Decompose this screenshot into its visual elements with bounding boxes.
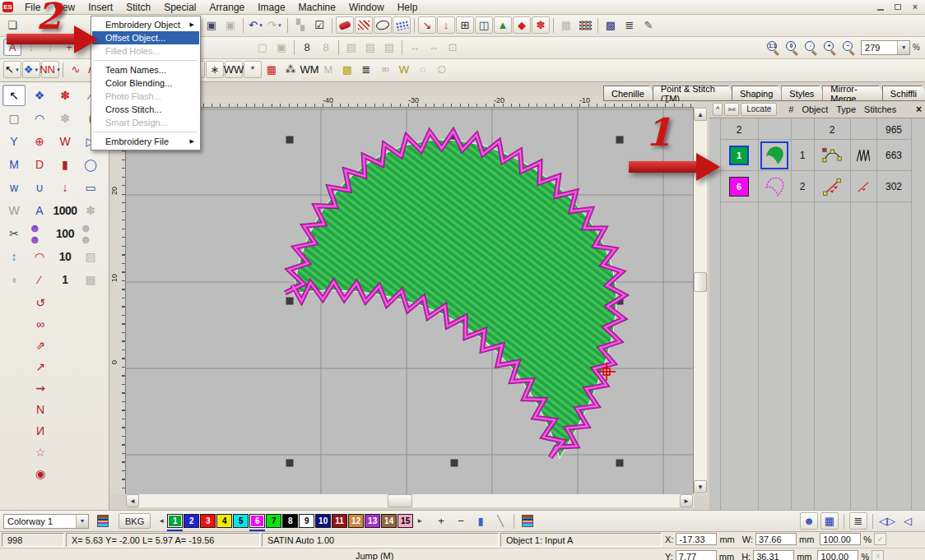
satin-fill-icon[interactable]: WW <box>225 61 243 78</box>
unlock-icon[interactable]: 8 <box>317 39 335 56</box>
shape-paste-icon[interactable]: ▣ <box>272 39 291 56</box>
menu-arrange[interactable]: Arrange <box>203 1 252 14</box>
tab-point-stitch-tm[interactable]: Point & Stitch (TM) <box>653 86 737 101</box>
show-design-icon[interactable]: ◆ <box>513 16 531 34</box>
zoom-box-icon[interactable]: ▫ <box>802 39 820 56</box>
zigzag-fill-icon[interactable]: WM <box>300 61 318 78</box>
select-tool-icon[interactable]: ↖ <box>2 85 26 106</box>
zoom-to-fit-icon[interactable]: 0 <box>783 39 802 56</box>
remove-color-icon[interactable]: − <box>452 512 470 530</box>
spacing-100-icon[interactable]: 100 <box>53 223 77 244</box>
motif-run-icon[interactable] <box>393 16 411 34</box>
palette-scroll-right-icon[interactable]: ► <box>414 517 425 525</box>
ornament-2-disabled-icon[interactable]: ✽ <box>79 200 102 221</box>
show-hoop-icon[interactable]: ◫ <box>475 16 493 34</box>
rectangle-tool-icon[interactable]: ▭ <box>79 177 102 198</box>
color-swatch-11[interactable]: 11 <box>332 514 347 528</box>
tab-chenille[interactable]: Chenille <box>603 86 658 101</box>
tatami-2-icon[interactable]: ▩ <box>338 61 356 78</box>
row2-color-swatch[interactable]: 6 <box>729 177 749 197</box>
menu-item-team-names[interactable]: Team Names... <box>92 63 199 76</box>
fancy-lines-icon[interactable]: W <box>395 61 413 78</box>
close-button[interactable]: × <box>908 2 923 13</box>
circle-divide-tool-icon[interactable]: ⊕ <box>28 131 51 152</box>
double-n-tool-icon[interactable]: И <box>29 420 52 442</box>
align-left-icon[interactable]: ▤ <box>342 39 360 56</box>
palette-scroll-left-icon[interactable]: ◄ <box>156 517 167 525</box>
zigzag-run-tool-icon[interactable]: ⇝ <box>29 377 52 399</box>
measure-tool-icon[interactable]: ↕ <box>2 246 26 267</box>
row1-object-thumbnail[interactable] <box>760 141 788 169</box>
locate-button[interactable]: Locate <box>741 103 777 116</box>
mirror-vertical-icon[interactable]: ◁ <box>899 512 917 530</box>
color-swatch-5[interactable]: 5 <box>233 514 249 528</box>
penetration-tool-icon[interactable]: ↓ <box>53 177 77 198</box>
menu-item-smart-design[interactable]: Smart Design... <box>92 116 199 129</box>
triple-run-tool-icon[interactable]: ⇗ <box>29 335 52 356</box>
fit-object-icon[interactable]: ⊡ <box>444 39 462 56</box>
color-swatch-12[interactable]: 12 <box>348 514 364 528</box>
color-swatch-7[interactable]: 7 <box>266 514 281 528</box>
texture-2-disabled-icon[interactable]: ▩ <box>79 269 102 290</box>
zigzag-column-tool-icon[interactable]: M <box>2 154 26 175</box>
spacing-1-icon[interactable]: 1 <box>53 269 77 290</box>
paste-icon[interactable]: ▣ <box>221 16 239 34</box>
vertical-scrollbar[interactable]: ▲ ▼ <box>694 108 708 494</box>
shape-copy-icon[interactable]: ▢ <box>253 39 272 56</box>
zoom-combo-dropdown-icon[interactable]: ▼ <box>897 41 909 54</box>
scroll-down-icon[interactable]: ▼ <box>694 480 707 493</box>
menu-file[interactable]: File <box>18 1 47 14</box>
horizontal-scrollbar[interactable]: ◄ ► <box>126 494 694 507</box>
color-film-list-icon[interactable] <box>518 512 537 530</box>
stitch-density-icon[interactable]: ≣ <box>621 16 639 34</box>
thread-colors-icon[interactable] <box>576 16 594 34</box>
scissors-tool-icon[interactable]: ✂ <box>2 223 26 244</box>
star-fill-tool-icon[interactable]: ☆ <box>29 442 52 463</box>
tab-mirror-merge[interactable]: Mirror-Merge <box>822 86 887 101</box>
menu-item-color-blending[interactable]: Color Blending... <box>92 76 199 90</box>
mirror-horizontal-icon[interactable]: ◁▷ <box>878 512 896 530</box>
width-run-tool-icon[interactable]: w <box>2 177 26 198</box>
input-a-status-icon[interactable]: A <box>3 39 21 56</box>
m-fill-icon[interactable]: M <box>319 61 337 78</box>
menu-item-filled-holes[interactable]: Filled Holes... <box>92 44 199 58</box>
redo-icon[interactable]: ↷▼ <box>266 16 284 34</box>
motif-fill-icon[interactable]: ⁂ <box>281 61 300 78</box>
zoom-in-icon[interactable]: + <box>821 39 839 56</box>
team-names-tool-icon[interactable]: ☻☻ <box>28 223 51 244</box>
apply-check-icon[interactable]: ✓ <box>874 533 886 545</box>
design-notes-list-icon[interactable]: ≣ <box>849 512 867 530</box>
node-select-tool-icon[interactable]: Y <box>2 131 26 152</box>
color-swatch-15[interactable]: 15 <box>397 514 413 528</box>
show-artwork-icon[interactable]: ▲ <box>494 16 512 34</box>
y-position-field[interactable]: 7.77 <box>676 550 717 560</box>
menu-item-embroidery-file[interactable]: Embroidery File▶ <box>92 135 199 148</box>
show-grid-icon[interactable]: ⊞ <box>456 16 474 34</box>
offset-chain-tool-icon[interactable]: ∞ <box>29 313 52 335</box>
menu-special[interactable]: Special <box>157 1 202 14</box>
fan-tool-disabled-icon[interactable]: ◖ <box>2 269 26 290</box>
penetrations-icon[interactable]: ↓ <box>437 16 455 34</box>
oval-tool-icon[interactable]: ○ <box>414 61 432 78</box>
zoom-out-icon[interactable]: − <box>840 39 858 56</box>
lettering-tool-icon[interactable]: A <box>28 200 51 221</box>
color-swatch-8[interactable]: 8 <box>282 514 298 528</box>
color-swatch-10[interactable]: 10 <box>315 514 331 528</box>
colorway-editor-icon[interactable] <box>94 512 112 530</box>
stitch-angle-icon[interactable]: ↘ <box>418 16 436 34</box>
background-color-button[interactable]: BKG <box>119 513 151 529</box>
design-notes-icon[interactable]: ✎ <box>639 16 658 34</box>
vertical-scroll-thumb[interactable] <box>694 272 707 292</box>
colorway-dropdown-icon[interactable]: ▼ <box>76 515 88 528</box>
no-background-icon[interactable]: ╲ <box>491 512 509 530</box>
thread-spool-tool-icon[interactable]: ▮ <box>53 154 77 175</box>
fancy-fill-icon[interactable]: ∗ <box>206 61 224 78</box>
menu-insert[interactable]: Insert <box>81 1 119 14</box>
satin-stitch-icon[interactable] <box>336 16 354 34</box>
reshape-column-tool-icon[interactable]: ◠ <box>28 246 51 267</box>
colorway-selector[interactable]: Colorway 1 ▼ <box>3 514 89 529</box>
outline-stitch-icon[interactable] <box>374 16 392 34</box>
zoom-1-to-1-icon[interactable]: 1:1 <box>765 39 783 56</box>
tab-styles[interactable]: Styles <box>781 86 828 101</box>
close-panel-icon[interactable]: × <box>916 104 922 115</box>
